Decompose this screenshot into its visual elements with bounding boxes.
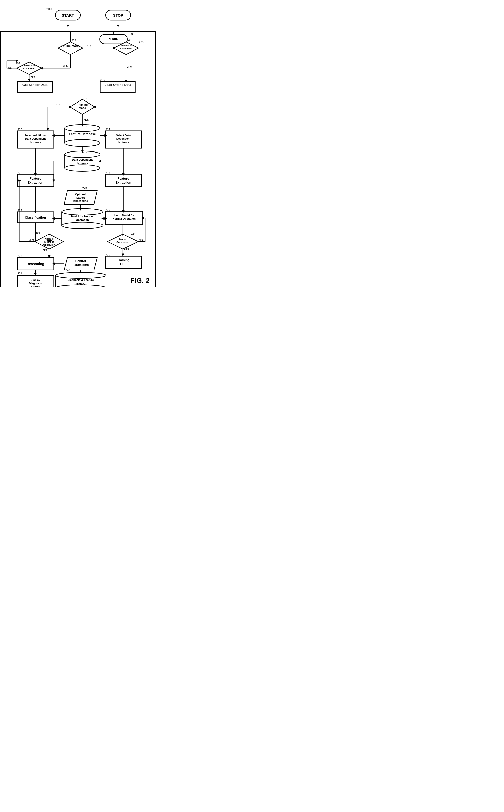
top-svg: START 200 STOP xyxy=(0,5,156,30)
svg-text:YES: YES xyxy=(124,248,129,251)
svg-text:Result: Result xyxy=(31,285,40,287)
svg-text:Select Additional: Select Additional xyxy=(24,134,46,137)
svg-text:212: 212 xyxy=(83,96,87,99)
svg-text:220: 220 xyxy=(105,208,110,211)
svg-point-128 xyxy=(62,222,103,229)
svg-text:Learn Model for: Learn Model for xyxy=(114,214,135,217)
svg-text:Training: Training xyxy=(117,258,130,262)
svg-marker-170 xyxy=(122,254,124,256)
svg-text:224: 224 xyxy=(131,232,135,235)
svg-text:OFF: OFF xyxy=(120,262,127,266)
svg-marker-8 xyxy=(117,25,119,27)
svg-text:Operation: Operation xyxy=(43,243,55,246)
svg-text:226: 226 xyxy=(105,253,110,256)
svg-text:Reasoning: Reasoning xyxy=(27,262,44,266)
svg-text:Available?: Available? xyxy=(23,67,35,70)
svg-text:Load Offline Data: Load Offline Data xyxy=(105,83,132,87)
svg-text:New Data: New Data xyxy=(120,44,132,47)
svg-text:230: 230 xyxy=(18,128,22,131)
svg-point-91 xyxy=(65,165,100,171)
svg-text:Converged: Converged xyxy=(116,241,129,243)
svg-text:Feature Database: Feature Database xyxy=(69,132,96,136)
svg-text:Classification: Classification xyxy=(25,216,46,219)
svg-text:Display: Display xyxy=(31,278,40,281)
svg-marker-42 xyxy=(28,79,30,81)
svg-text:210: 210 xyxy=(100,78,105,81)
svg-text:200: 200 xyxy=(46,7,52,11)
svg-text:YES: YES xyxy=(28,239,34,242)
svg-text:Parameters: Parameters xyxy=(72,263,89,267)
svg-text:Normal Operation: Normal Operation xyxy=(113,217,136,220)
svg-text:New Data: New Data xyxy=(24,64,35,67)
svg-text:Diagnosis: Diagnosis xyxy=(29,282,42,285)
svg-text:232: 232 xyxy=(18,171,22,174)
svg-text:STOP: STOP xyxy=(113,13,123,17)
svg-marker-4 xyxy=(67,25,69,27)
svg-text:Data Dependent: Data Dependent xyxy=(25,137,46,140)
svg-text:START: START xyxy=(62,13,74,17)
svg-text:NO: NO xyxy=(127,39,131,42)
svg-text:Model: Model xyxy=(119,238,127,240)
svg-text:223: 223 xyxy=(82,187,87,190)
svg-text:Available?: Available? xyxy=(120,47,132,50)
svg-text:FIG. 2: FIG. 2 xyxy=(130,277,150,284)
svg-text:236: 236 xyxy=(35,231,40,234)
svg-text:Control: Control xyxy=(75,259,86,263)
svg-point-127 xyxy=(62,209,103,215)
svg-text:Online mode: Online mode xyxy=(61,44,79,48)
svg-text:Get Sensor Data: Get Sensor Data xyxy=(22,83,48,87)
svg-text:209: 209 xyxy=(130,32,134,35)
svg-text:238: 238 xyxy=(18,254,22,257)
svg-text:NO: NO xyxy=(8,66,12,69)
svg-text:Expert: Expert xyxy=(76,196,85,199)
svg-text:NO: NO xyxy=(87,44,91,47)
svg-text:Feature: Feature xyxy=(30,177,41,180)
svg-text:YES: YES xyxy=(30,76,35,79)
svg-text:214: 214 xyxy=(105,128,110,131)
svg-text:Data Dependent: Data Dependent xyxy=(72,158,93,161)
svg-text:Training: Training xyxy=(77,103,88,106)
svg-text:NO: NO xyxy=(56,103,60,106)
svg-text:Knowledge: Knowledge xyxy=(73,199,88,202)
svg-text:Mode: Mode xyxy=(79,106,86,109)
svg-text:Features: Features xyxy=(77,162,88,165)
svg-text:Model for Normal: Model for Normal xyxy=(71,215,94,218)
svg-text:NO: NO xyxy=(139,239,143,242)
svg-marker-65 xyxy=(47,128,49,131)
svg-text:202: 202 xyxy=(71,39,76,42)
svg-text:218: 218 xyxy=(105,171,110,174)
svg-text:216: 216 xyxy=(83,124,87,127)
svg-text:Dependent: Dependent xyxy=(116,137,131,140)
svg-text:Extraction: Extraction xyxy=(28,181,43,184)
svg-text:234: 234 xyxy=(18,209,22,212)
svg-text:244: 244 xyxy=(18,271,22,274)
svg-text:Select Data: Select Data xyxy=(116,134,131,137)
svg-text:YES: YES xyxy=(127,66,132,69)
svg-text:217: 217 xyxy=(83,151,87,154)
svg-point-74 xyxy=(65,140,100,147)
svg-text:Operation: Operation xyxy=(76,218,89,221)
svg-text:204: 204 xyxy=(16,62,20,65)
svg-text:208: 208 xyxy=(139,41,143,44)
svg-text:YES: YES xyxy=(83,118,89,121)
svg-text:Optional: Optional xyxy=(75,193,86,196)
main-flowchart-svg: STOP 209 Online mode 202 New Data Availa… xyxy=(0,31,156,287)
svg-marker-36 xyxy=(16,60,18,62)
svg-marker-13 xyxy=(58,42,83,55)
svg-text:Features: Features xyxy=(118,141,129,144)
svg-text:YES: YES xyxy=(62,64,68,67)
svg-text:Feature: Feature xyxy=(118,177,129,180)
svg-text:Extraction: Extraction xyxy=(115,181,131,184)
svg-text:Features: Features xyxy=(30,141,41,144)
svg-text:Normal: Normal xyxy=(45,237,54,240)
svg-text:Diagnosis & Feature: Diagnosis & Feature xyxy=(67,278,94,281)
svg-text:NO: NO xyxy=(43,249,47,252)
flowchart-container: START 200 STOP STOP 209 Online mode 202 … xyxy=(0,5,156,287)
svg-text:History: History xyxy=(76,282,85,285)
svg-point-198 xyxy=(56,272,106,278)
